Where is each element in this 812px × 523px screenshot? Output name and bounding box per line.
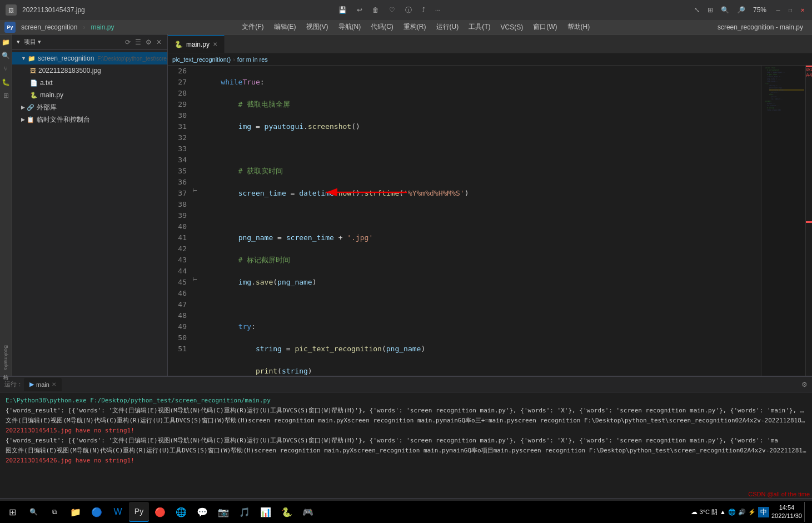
terminal-settings-icon[interactable]: ⚙ xyxy=(801,381,808,388)
lang-label[interactable]: 中 xyxy=(758,507,769,517)
show-desktop-button[interactable] xyxy=(804,502,808,522)
toolbar-icon-info[interactable]: ⓘ xyxy=(405,6,412,15)
txt-icon: 📄 xyxy=(30,79,38,87)
code-line-39: print(string) xyxy=(203,366,756,376)
tab-close-icon[interactable]: ✕ xyxy=(213,41,217,47)
menu-tools[interactable]: 工具(T) xyxy=(464,21,495,33)
taskbar-app-10[interactable]: 📊 xyxy=(256,502,276,522)
collapse-icon[interactable]: ☰ xyxy=(134,37,142,47)
editor-area: 🐍 main.py ✕ pic_text_recognition() › for… xyxy=(168,34,812,376)
tree-main-py[interactable]: 🐍 main.py xyxy=(12,89,167,101)
taskbar-app-9[interactable]: 🎵 xyxy=(235,502,255,522)
sidebar-icon-explorer[interactable]: 📁 xyxy=(1,37,11,47)
folder-icon: 📁 xyxy=(28,55,36,62)
tab-label: main.py xyxy=(186,41,210,48)
taskbar-clock[interactable]: 14:54 2022/11/30 xyxy=(771,504,802,521)
tree-txt-file[interactable]: 📄 a.txt xyxy=(12,77,167,89)
toolbar-icon-delete[interactable]: 🗑 xyxy=(372,6,379,14)
run-tab-close[interactable]: ✕ xyxy=(52,381,56,387)
tab-main-py[interactable]: 🐍 main.py ✕ xyxy=(168,35,225,53)
taskbar-app-3[interactable]: W xyxy=(108,502,128,522)
taskbar-app-4[interactable]: Py xyxy=(129,502,149,522)
menu-code[interactable]: 代码(C) xyxy=(366,21,398,33)
start-button[interactable]: ⊞ xyxy=(2,502,22,522)
task-view-button[interactable]: ⧉ xyxy=(44,502,64,522)
toolbar-icon-more[interactable]: ··· xyxy=(435,6,441,14)
app-icon: 🖼 xyxy=(6,4,17,16)
tree-scratches[interactable]: ▶ 📋 临时文件和控制台 xyxy=(12,113,167,126)
settings-icon[interactable]: ⚙ xyxy=(145,37,153,47)
tree-root[interactable]: ▼ 📁 screen_recognition F:\Desktop\python… xyxy=(12,52,167,64)
sync-icon[interactable]: ⟳ xyxy=(124,37,132,47)
code-line-31: screen_time = datetime.now().strftime('%… xyxy=(203,188,756,199)
sidebar-icon-extensions[interactable]: ⊞ xyxy=(1,91,11,101)
menu-window[interactable]: 窗口(W) xyxy=(529,21,561,33)
menu-file-name[interactable]: main.py xyxy=(86,22,118,32)
maximize-button[interactable]: □ xyxy=(786,6,794,14)
weather-icon: ☁ xyxy=(691,508,698,516)
tray-icon-volume[interactable]: 🔊 xyxy=(738,509,746,516)
toolbar-icon-undo[interactable]: ↩ xyxy=(357,6,362,14)
zoom-level: 75% xyxy=(753,6,766,14)
error-indicator-count: ⊘2 A4 xyxy=(806,66,812,78)
terminal-tab-actions: ⚙ xyxy=(801,381,808,388)
terminal-tab-run[interactable]: ▶ main ✕ xyxy=(24,378,62,391)
sidebar-icon-debug[interactable]: 🐛 xyxy=(1,77,11,87)
terminal-output-3: 20221130145415.jpg have no string1! xyxy=(6,426,806,436)
toolbar-icon-save[interactable]: 💾 xyxy=(338,6,347,14)
taskbar-app-7[interactable]: 💬 xyxy=(192,502,212,522)
taskbar-app-8[interactable]: 📷 xyxy=(213,502,233,522)
menu-navigate[interactable]: 导航(N) xyxy=(334,21,366,33)
menu-active-config[interactable]: screen_recognition - main.py xyxy=(713,22,808,32)
terminal-output-4: {'words_result': [{'words': '文件(日编辑(E)视图… xyxy=(6,436,806,446)
zoom-icon[interactable]: 🔍 xyxy=(721,6,729,14)
code-editor[interactable]: 26 27 28 29 30 31 32 33 34 35 36 37 38 3… xyxy=(168,66,812,376)
taskbar-app-12[interactable]: 🎮 xyxy=(298,502,318,522)
menu-help[interactable]: 帮助(H) xyxy=(563,21,595,33)
tree-external-libs[interactable]: ▶ 🔗 外部库 xyxy=(12,101,167,113)
code-line-37: try: xyxy=(203,321,756,332)
minimize-button[interactable]: ─ xyxy=(774,6,782,14)
code-content[interactable]: while True: # 截取电脑全屏 img = pyautogui.scr… xyxy=(199,66,761,376)
close-panel-icon[interactable]: ✕ xyxy=(155,37,163,47)
close-button[interactable]: ✕ xyxy=(799,6,806,14)
taskbar-app-11[interactable]: 🐍 xyxy=(277,502,297,522)
sidebar-icon-structure[interactable]: 结构 xyxy=(1,366,11,376)
zoom-out-icon[interactable]: 🔎 xyxy=(737,6,745,14)
tab-bar: 🐍 main.py ✕ xyxy=(168,34,812,53)
sidebar-icon-search[interactable]: 🔍 xyxy=(1,51,11,61)
sidebar-icon-git[interactable]: ⑂ xyxy=(1,64,11,74)
tray-icon-network[interactable]: 🌐 xyxy=(728,509,736,516)
menu-refactor[interactable]: 重构(R) xyxy=(399,21,431,33)
menu-edit[interactable]: 编辑(E) xyxy=(270,21,301,33)
code-line-32 xyxy=(203,210,756,221)
jpg-icon: 🖼 xyxy=(30,67,36,74)
root-label: screen_recognition xyxy=(38,54,94,62)
bc-separator: › xyxy=(233,56,235,63)
taskbar-app-6[interactable]: 🌐 xyxy=(171,502,191,522)
menu-project-name[interactable]: screen_recognition xyxy=(17,22,82,32)
search-button[interactable]: 🔍 xyxy=(23,502,43,522)
menu-view[interactable]: 视图(V) xyxy=(302,21,333,33)
minimap: while True: # screenshot img = pyautogui… xyxy=(761,66,805,376)
breadcrumb-item2[interactable]: for m in res xyxy=(237,56,268,63)
toolbar-icon-share[interactable]: ⤴ xyxy=(422,6,425,14)
menu-vcs[interactable]: VCS(S) xyxy=(496,22,528,32)
grid-icon[interactable]: ⊞ xyxy=(708,6,713,14)
menu-run[interactable]: 运行(U) xyxy=(432,21,464,33)
scratches-label: 临时文件和控制台 xyxy=(37,115,90,124)
sidebar-icon-bookmarks[interactable]: Bookmarks xyxy=(1,352,11,362)
panel-header: ▾ 项目 ▾ ⟳ ☰ ⚙ ✕ xyxy=(12,34,167,50)
taskbar-app-5[interactable]: 🔴 xyxy=(150,502,170,522)
expand-icon[interactable]: ⤡ xyxy=(694,6,700,14)
toolbar-icon-heart[interactable]: ♡ xyxy=(389,6,395,14)
line-numbers: 26 27 28 29 30 31 32 33 34 35 36 37 38 3… xyxy=(168,66,191,376)
search-taskbar-icon: 🔍 xyxy=(29,508,38,516)
tray-icon-1[interactable]: ▲ xyxy=(720,509,726,515)
menu-file[interactable]: 文件(F) xyxy=(237,21,268,33)
error-gutter: ⊘2 A4 xyxy=(805,66,812,376)
taskbar-app-1[interactable]: 📁 xyxy=(66,502,86,522)
tree-jpg-file[interactable]: 🖼 20221128183500.jpg xyxy=(12,64,167,77)
breadcrumb-item1[interactable]: pic_text_recognition() xyxy=(172,56,231,63)
taskbar-app-2[interactable]: 🔵 xyxy=(87,502,107,522)
